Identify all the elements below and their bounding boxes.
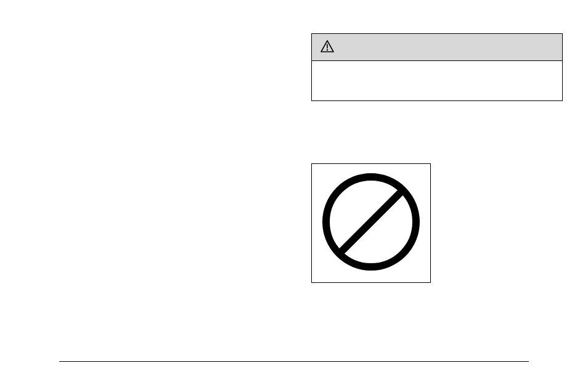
warning-callout-header — [312, 34, 562, 61]
svg-point-2 — [327, 49, 328, 50]
document-page — [0, 0, 588, 392]
warning-triangle-icon — [321, 40, 334, 55]
prohibition-icon — [319, 169, 423, 277]
warning-callout-body — [312, 61, 562, 100]
svg-line-4 — [341, 192, 401, 252]
figure-box — [311, 163, 431, 283]
warning-callout — [311, 33, 563, 101]
footer-divider — [59, 361, 529, 362]
